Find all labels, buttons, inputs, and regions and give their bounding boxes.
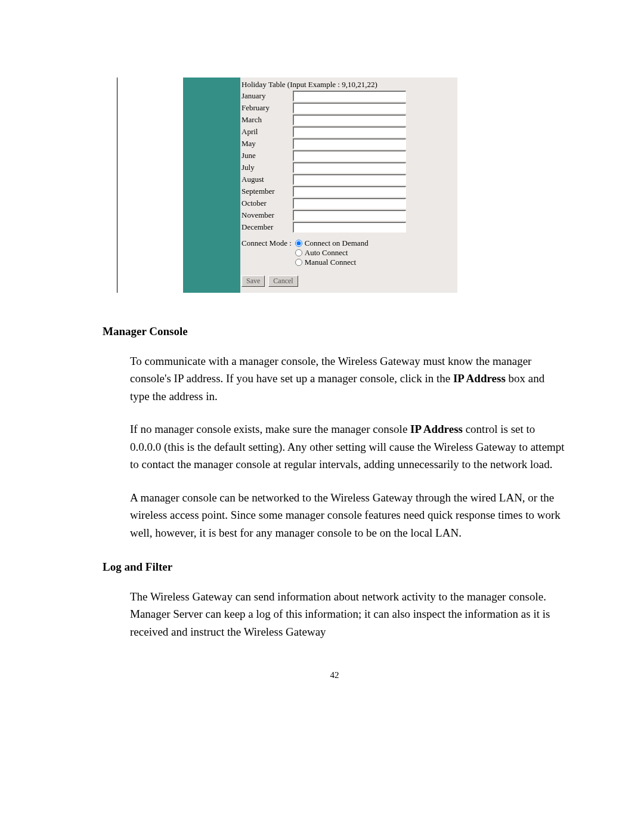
february-input[interactable] — [293, 103, 406, 113]
connect-mode-options: Connect on Demand Auto Connect Manual Co… — [295, 239, 369, 267]
april-input[interactable] — [293, 126, 406, 137]
october-input[interactable] — [293, 198, 406, 209]
holiday-table-title: Holiday Table (Input Example : 9,10,21,2… — [240, 80, 454, 89]
text-span: If no manager console exists, make sure … — [130, 423, 410, 435]
january-input[interactable] — [293, 91, 406, 101]
holiday-row: August — [240, 174, 454, 185]
manual-connect-radio[interactable] — [295, 259, 302, 266]
connect-on-demand-label: Connect on Demand — [305, 239, 369, 248]
auto-connect-label: Auto Connect — [305, 248, 348, 258]
manager-console-heading: Manager Console — [103, 325, 566, 338]
page-number: 42 — [103, 670, 566, 680]
manager-console-p3: A manager console can be networked to th… — [130, 489, 566, 541]
holiday-row: November — [240, 210, 454, 221]
month-label: October — [240, 199, 293, 208]
holiday-row: June — [240, 150, 454, 161]
holiday-row: February — [240, 103, 454, 113]
panel-content: Holiday Table (Input Example : 9,10,21,2… — [240, 78, 457, 293]
manager-console-p2: If no manager console exists, make sure … — [130, 420, 566, 473]
month-label: May — [240, 139, 293, 148]
bold-text: IP Address — [453, 372, 506, 385]
log-and-filter-heading: Log and Filter — [103, 561, 566, 574]
holiday-row: January — [240, 91, 454, 101]
month-label: July — [240, 163, 293, 172]
june-input[interactable] — [293, 150, 406, 161]
save-button[interactable]: Save — [242, 275, 265, 287]
december-input[interactable] — [293, 222, 406, 233]
september-input[interactable] — [293, 186, 406, 197]
month-label: April — [240, 127, 293, 137]
holiday-row: July — [240, 162, 454, 173]
bold-text: IP Address — [410, 423, 463, 435]
cancel-button[interactable]: Cancel — [268, 275, 298, 287]
holiday-row: April — [240, 126, 454, 137]
config-panel: Holiday Table (Input Example : 9,10,21,2… — [183, 78, 457, 293]
month-label: December — [240, 222, 293, 232]
july-input[interactable] — [293, 162, 406, 173]
march-input[interactable] — [293, 114, 406, 125]
connect-mode-label: Connect Mode : — [240, 239, 292, 267]
month-label: August — [240, 175, 293, 184]
connect-on-demand-option[interactable]: Connect on Demand — [295, 239, 369, 248]
month-label: November — [240, 210, 293, 220]
month-label: June — [240, 151, 293, 160]
log-and-filter-p1: The Wireless Gateway can send informatio… — [130, 588, 566, 640]
manager-console-p1: To communicate with a manager console, t… — [130, 352, 566, 405]
may-input[interactable] — [293, 138, 406, 149]
auto-connect-radio[interactable] — [295, 249, 302, 256]
month-label: March — [240, 115, 293, 125]
month-label: September — [240, 187, 293, 196]
manual-connect-option[interactable]: Manual Connect — [295, 258, 369, 267]
manual-connect-label: Manual Connect — [305, 258, 356, 267]
panel-sidebar — [183, 78, 240, 293]
screenshot-figure: Holiday Table (Input Example : 9,10,21,2… — [117, 78, 469, 293]
holiday-row: September — [240, 186, 454, 197]
month-label: February — [240, 103, 293, 113]
holiday-row: March — [240, 114, 454, 125]
holiday-row: December — [240, 222, 454, 233]
august-input[interactable] — [293, 174, 406, 185]
auto-connect-option[interactable]: Auto Connect — [295, 248, 369, 258]
holiday-row: October — [240, 198, 454, 209]
connect-mode-block: Connect Mode : Connect on Demand Auto Co… — [240, 239, 454, 267]
connect-on-demand-radio[interactable] — [295, 240, 302, 247]
month-label: January — [240, 91, 293, 101]
button-row: Save Cancel — [240, 275, 454, 287]
november-input[interactable] — [293, 210, 406, 221]
holiday-row: May — [240, 138, 454, 149]
